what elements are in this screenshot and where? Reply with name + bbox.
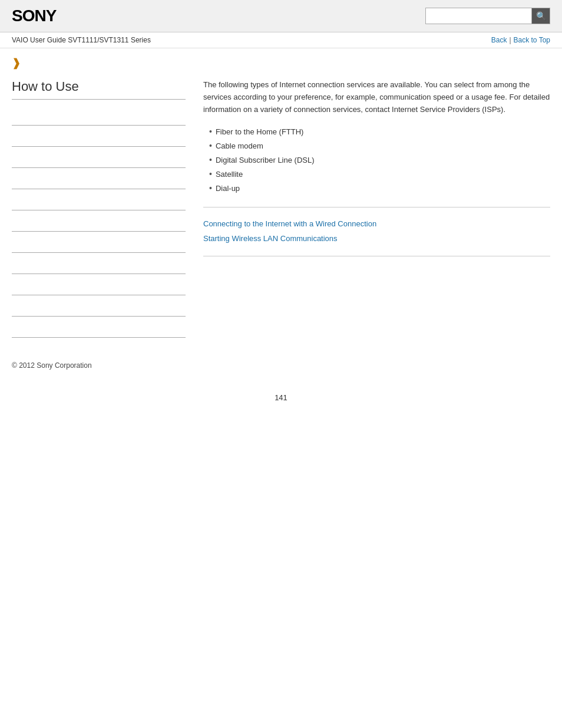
- sidebar-item-4: [12, 168, 186, 189]
- content-divider-top: [203, 207, 550, 207]
- wired-connection-link[interactable]: Connecting to the Internet with a Wired …: [203, 217, 550, 232]
- nav-separator: |: [509, 36, 511, 44]
- main-content: How to Use The following types of Intern…: [0, 73, 562, 350]
- list-item-1: Fiber to the Home (FTTH): [209, 125, 550, 139]
- sidebar-item-10: [12, 295, 186, 317]
- content-intro: The following types of Internet connecti…: [203, 79, 550, 116]
- sidebar-item-9: [12, 274, 186, 295]
- footer: © 2012 Sony Corporation: [0, 350, 562, 375]
- guide-label: VAIO User Guide SVT1111/SVT1311 Series: [12, 36, 151, 44]
- back-to-top-link[interactable]: Back to Top: [514, 36, 550, 44]
- search-area: 🔍: [425, 8, 550, 24]
- content-links: Connecting to the Internet with a Wired …: [203, 217, 550, 246]
- sidebar: How to Use: [12, 79, 186, 338]
- wireless-lan-link[interactable]: Starting Wireless LAN Communications: [203, 232, 550, 246]
- sony-logo: SONY: [12, 6, 56, 25]
- list-item-4: Satellite: [209, 167, 550, 182]
- sidebar-title: How to Use: [12, 79, 186, 100]
- nav-links: Back | Back to Top: [491, 36, 550, 44]
- sidebar-item-2: [12, 126, 186, 147]
- sidebar-item-11: [12, 317, 186, 338]
- sidebar-item-5: [12, 189, 186, 210]
- chevron-area: ❱: [0, 48, 562, 73]
- sidebar-item-8: [12, 253, 186, 274]
- list-item-2: Cable modem: [209, 139, 550, 153]
- copyright: © 2012 Sony Corporation: [12, 361, 92, 370]
- header: SONY 🔍: [0, 0, 562, 32]
- sidebar-item-7: [12, 232, 186, 253]
- back-link[interactable]: Back: [491, 36, 507, 44]
- sidebar-item-3: [12, 147, 186, 168]
- search-button[interactable]: 🔍: [531, 8, 550, 24]
- nav-bar: VAIO User Guide SVT1111/SVT1311 Series B…: [0, 32, 562, 48]
- list-item-3: Digital Subscriber Line (DSL): [209, 153, 550, 167]
- sidebar-item-6: [12, 210, 186, 232]
- search-input[interactable]: [425, 8, 531, 24]
- content-list: Fiber to the Home (FTTH) Cable modem Dig…: [203, 125, 550, 195]
- search-icon: 🔍: [536, 11, 546, 21]
- page-number: 141: [0, 375, 562, 420]
- content-divider-bottom: [203, 256, 550, 256]
- list-item-5: Dial-up: [209, 182, 550, 196]
- chevron-icon: ❱: [12, 57, 21, 69]
- content-area: The following types of Internet connecti…: [197, 79, 550, 338]
- sidebar-item-1: [12, 104, 186, 126]
